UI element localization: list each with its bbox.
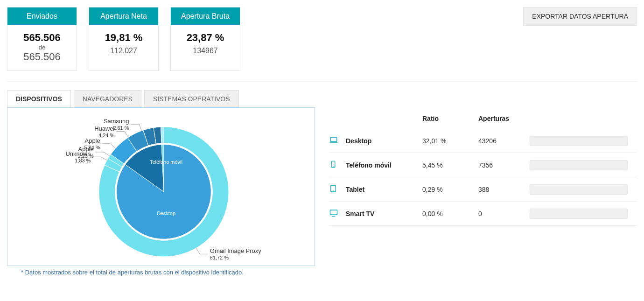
- device-ratio: 0,29 %: [422, 186, 478, 193]
- device-aperturas: 388: [478, 186, 530, 193]
- device-aperturas: 0: [478, 210, 530, 217]
- chart-footnote: * Datos mostrados sobre el total de aper…: [21, 269, 315, 276]
- device-name: Teléfono móvil: [346, 161, 422, 169]
- card-bruta-title: Apertura Bruta: [171, 7, 240, 25]
- device-name: Tablet: [346, 186, 422, 193]
- svg-line-2: [196, 248, 200, 254]
- tab-sistemas-operativos[interactable]: SISTEMAS OPERATIVOS: [144, 90, 239, 108]
- svg-text:Teléfono móvil: Teléfono móvil: [150, 159, 182, 165]
- card-enviados-of: de: [16, 44, 68, 51]
- svg-text:81,72 %: 81,72 %: [210, 255, 229, 260]
- device-ratio: 5,45 %: [422, 161, 478, 169]
- device-name: Smart TV: [346, 210, 422, 217]
- summary-row: Enviados 565.506 de 565.506 Apertura Net…: [7, 7, 637, 71]
- svg-rect-26: [330, 137, 336, 141]
- svg-text:2,61 %: 2,61 %: [113, 125, 129, 131]
- card-enviados-value: 565.506: [16, 32, 68, 44]
- svg-text:1,23 %: 1,23 %: [78, 153, 94, 159]
- device-icon: [329, 160, 346, 170]
- device-ratio: 32,01 %: [422, 137, 478, 145]
- device-icon: [329, 208, 346, 219]
- svg-text:Samsung: Samsung: [104, 118, 129, 125]
- tab-dispositivos[interactable]: DISPOSITIVOS: [7, 90, 71, 108]
- col-aperturas: Aperturas: [478, 115, 530, 122]
- svg-text:5,84 %: 5,84 %: [84, 145, 100, 150]
- device-bar: [530, 184, 628, 195]
- svg-text:1,83 %: 1,83 %: [75, 158, 91, 163]
- card-bruta-count: 134967: [179, 47, 231, 55]
- device-bar: [530, 136, 628, 146]
- card-enviados-total: 565.506: [16, 51, 68, 63]
- device-name: Desktop: [346, 137, 422, 145]
- card-apertura-neta: Apertura Neta 19,81 % 112.027: [89, 7, 159, 71]
- device-table: Ratio Aperturas Desktop32,01 %43206Teléf…: [329, 112, 637, 226]
- card-neta-title: Apertura Neta: [89, 7, 158, 25]
- donut-chart: DesktopTeléfono móvilGmail Image Proxy81…: [7, 107, 315, 266]
- svg-text:4,24 %: 4,24 %: [98, 133, 114, 138]
- card-bruta-pct: 23,87 %: [179, 32, 231, 44]
- table-row: Tablet0,29 %388: [329, 177, 637, 202]
- tab-navegadores[interactable]: NAVEGADORES: [74, 90, 141, 108]
- svg-line-10: [104, 152, 110, 156]
- svg-text:Huawei: Huawei: [94, 125, 114, 132]
- svg-rect-31: [330, 210, 337, 215]
- card-neta-pct: 19,81 %: [98, 32, 150, 44]
- device-aperturas: 7356: [478, 161, 530, 169]
- chart-column: DesktopTeléfono móvilGmail Image Proxy81…: [7, 107, 315, 276]
- panel-row: DesktopTeléfono móvilGmail Image Proxy81…: [7, 107, 637, 276]
- svg-line-6: [101, 157, 107, 160]
- svg-text:Gmail Image Proxy: Gmail Image Proxy: [210, 247, 261, 254]
- tabs: DISPOSITIVOS NAVEGADORES SISTEMAS OPERAT…: [7, 90, 637, 108]
- card-enviados: Enviados 565.506 de 565.506: [7, 7, 77, 71]
- svg-text:Apple: Apple: [85, 137, 100, 144]
- device-ratio: 0,00 %: [422, 210, 478, 217]
- svg-line-14: [110, 144, 115, 148]
- svg-text:Desktop: Desktop: [157, 210, 175, 216]
- device-bar: [530, 160, 628, 170]
- table-header: Ratio Aperturas: [329, 112, 637, 129]
- device-icon: [329, 184, 346, 195]
- table-row: Desktop32,01 %43206: [329, 129, 637, 153]
- svg-line-22: [139, 124, 141, 131]
- card-apertura-bruta: Apertura Bruta 23,87 % 134967: [170, 7, 240, 71]
- table-row: Smart TV0,00 %0: [329, 202, 637, 226]
- device-icon: [329, 135, 346, 146]
- table-row: Teléfono móvil5,45 %7356: [329, 153, 637, 177]
- device-aperturas: 43206: [478, 137, 530, 145]
- summary-cards: Enviados 565.506 de 565.506 Apertura Net…: [7, 7, 240, 71]
- device-bar: [530, 209, 628, 219]
- col-ratio: Ratio: [422, 115, 478, 122]
- card-neta-count: 112.027: [98, 47, 150, 55]
- export-button[interactable]: EXPORTAR DATOS APERTURA: [523, 7, 637, 26]
- divider: [7, 81, 637, 82]
- svg-line-18: [125, 132, 128, 138]
- card-enviados-title: Enviados: [7, 7, 77, 25]
